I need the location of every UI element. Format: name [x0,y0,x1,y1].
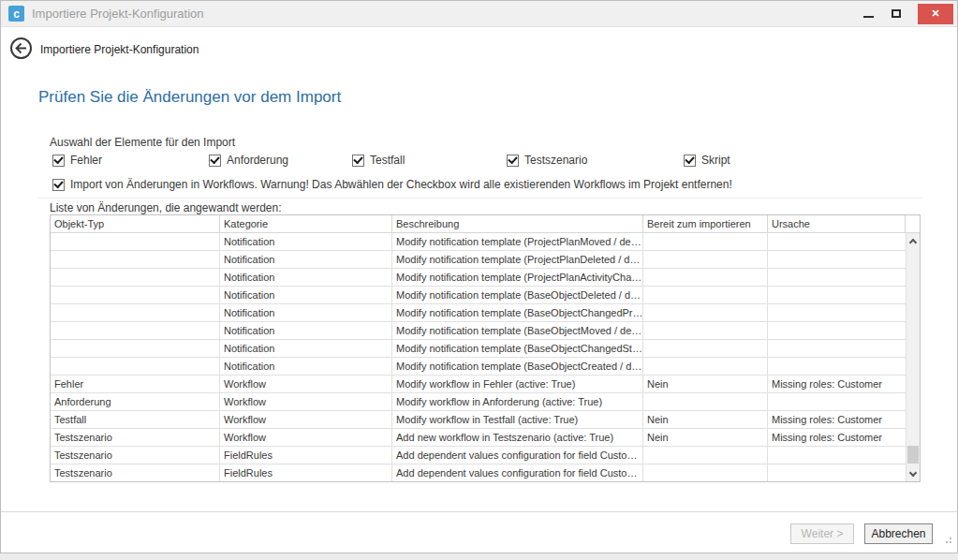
checkbox-label: Skript [701,154,730,167]
cell-kategorie: Notification [220,251,392,268]
close-icon: ✕ [931,7,939,20]
cell-ursache: Missing roles: Customer [768,411,906,428]
cell-beschreibung: Modify notification template (ProjectPla… [392,251,643,268]
cell-kategorie: Workflow [220,411,392,428]
table-row[interactable]: Notification Modify notification templat… [51,304,906,322]
checkmark-icon [353,154,362,164]
cell-objekt-typ: Testszenario [51,464,220,481]
table-row[interactable]: Testszenario FieldRules Add dependent va… [51,464,906,481]
table-row[interactable]: Notification Modify notification templat… [51,269,906,287]
back-arrow-icon [15,42,27,54]
cell-objekt-typ [51,358,220,375]
cell-bereit [643,233,768,250]
cell-ursache [768,287,906,303]
resize-grip-icon[interactable] [950,541,951,543]
checkbox-item-testfall[interactable]: Testfall [352,154,405,167]
checkbox[interactable] [684,155,696,167]
scroll-down-button[interactable] [906,466,920,481]
checkmark-icon [53,154,63,164]
cell-objekt-typ [51,322,220,339]
titlebar[interactable]: c Importiere Projekt-Konfiguration ✕ [1,1,957,27]
table-row[interactable]: Testfall Workflow Modify workflow in Tes… [51,411,906,429]
cell-ursache [768,358,906,375]
table-row[interactable]: Fehler Workflow Modify workflow in Fehle… [51,376,906,393]
cell-bereit [643,447,768,464]
checkbox-item-fehler[interactable]: Fehler [52,154,102,167]
cell-ursache [768,393,906,410]
cell-ursache: Missing roles: Customer [768,429,906,446]
column-header-objekt-typ[interactable]: Objekt-Typ [51,215,220,232]
main-content: Prüfen Sie die Änderungen vor dem Import… [1,67,957,511]
window-title: Importiere Projekt-Konfiguration [32,7,204,21]
cell-objekt-typ: Testszenario [51,447,220,464]
column-header-bereit[interactable]: Bereit zum importieren [643,215,768,232]
section-divider [38,198,921,199]
table-row[interactable]: Testszenario FieldRules Add dependent va… [51,447,906,464]
checkbox[interactable] [352,155,364,167]
cell-kategorie: Notification [220,233,392,250]
column-header-beschreibung[interactable]: Beschreibung [392,215,643,232]
cell-bereit [643,322,768,339]
cell-bereit [643,393,768,410]
cell-kategorie: FieldRules [220,464,392,481]
cell-objekt-typ: Testszenario [51,429,220,446]
cell-beschreibung: Modify notification template (BaseObject… [392,287,643,303]
column-header-kategorie[interactable]: Kategorie [220,215,392,232]
checkbox[interactable] [507,155,519,167]
cell-ursache [768,304,906,321]
checkmark-icon [53,178,63,188]
cell-beschreibung: Add dependent values configuration for f… [392,447,643,464]
minimize-button[interactable] [854,4,882,24]
cancel-button[interactable]: Abbrechen [864,523,933,544]
cell-ursache: Missing roles: Customer [768,376,906,392]
cell-bereit [643,251,768,268]
cell-bereit [643,358,768,375]
app-icon: c [8,6,24,22]
cell-ursache [768,233,906,250]
changes-table: Objekt-Typ Kategorie Beschreibung Bereit… [50,214,921,482]
maximize-button[interactable] [882,4,910,24]
cell-kategorie: Notification [220,304,392,321]
table-row[interactable]: Notification Modify notification templat… [51,358,906,376]
cell-beschreibung: Modify notification template (ProjectPla… [392,269,643,286]
maximize-icon [892,9,901,18]
screen: c Importiere Projekt-Konfiguration ✕ Imp… [0,0,958,560]
cell-kategorie: Workflow [220,393,392,410]
cell-objekt-typ [51,251,220,268]
table-row[interactable]: Notification Modify notification templat… [51,251,906,269]
checkbox[interactable] [52,155,65,167]
cell-bereit [643,269,768,286]
column-header-ursache[interactable]: Ursache [768,215,906,232]
scrollbar-thumb[interactable] [907,446,919,464]
footer-divider [1,511,958,512]
cell-bereit: Nein [643,376,768,392]
table-row[interactable]: Notification Modify notification templat… [51,233,906,251]
cell-ursache [768,447,906,464]
checkbox[interactable] [52,179,65,191]
table-row[interactable]: Notification Modify notification templat… [51,287,906,304]
scroll-up-button[interactable] [906,233,920,248]
next-button[interactable]: Weiter > [790,523,854,544]
table-row[interactable]: Notification Modify notification templat… [51,340,906,358]
vertical-scrollbar[interactable] [906,233,920,481]
checkbox-item-workflow-import[interactable]: Import von Änderungen in Workflows. Warn… [52,178,732,191]
close-button[interactable]: ✕ [918,4,953,24]
column-header-spacer [906,215,920,232]
cell-bereit [643,340,768,357]
window-frame-bottom [0,553,958,560]
cell-kategorie: Notification [220,340,392,357]
cell-bereit: Nein [643,429,768,446]
table-row[interactable]: Notification Modify notification templat… [51,322,906,340]
table-body: Notification Modify notification templat… [51,233,920,481]
cell-beschreibung: Modify workflow in Fehler (active: True) [392,376,643,392]
checkbox-item-skript[interactable]: Skript [684,154,730,167]
cell-kategorie: FieldRules [220,447,392,464]
table-row[interactable]: Anforderung Workflow Modify workflow in … [51,393,906,411]
checkbox-label: Fehler [70,154,102,167]
cell-beschreibung: Modify notification template (ProjectPla… [392,233,643,250]
checkbox[interactable] [209,155,221,167]
checkbox-item-anforderung[interactable]: Anforderung [209,154,288,167]
checkbox-item-testszenario[interactable]: Testszenario [507,154,587,167]
back-button[interactable] [10,37,32,59]
table-row[interactable]: Testszenario Workflow Add new workflow i… [51,429,906,447]
